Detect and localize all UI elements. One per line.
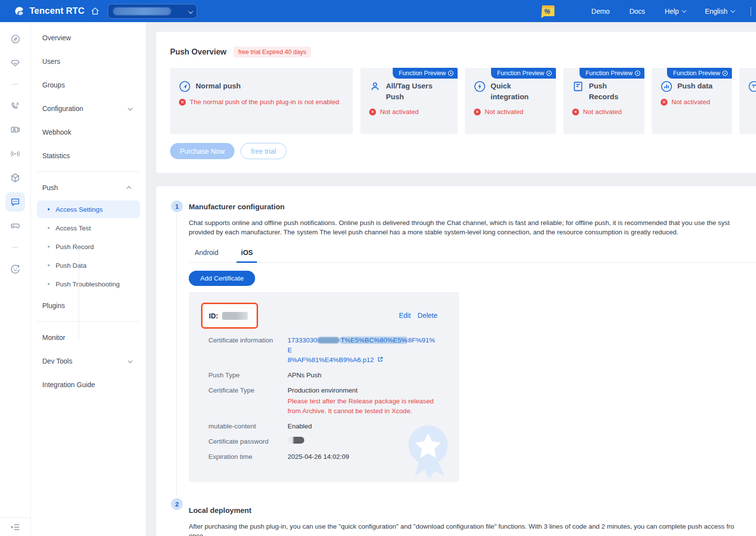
chevron-down-icon: [188, 7, 192, 16]
certificate-id-annotation-box: ID:: [201, 303, 258, 329]
card-status-text: Not activated: [583, 107, 622, 117]
configuration-section: 1 2 Manufacturer configuration Chat supp…: [156, 186, 756, 536]
collapse-sidebar-button[interactable]: [0, 517, 31, 536]
card-status-text: Not activated: [485, 107, 523, 117]
nav-subitem-access-settings[interactable]: Access Settings: [37, 200, 140, 218]
step-2-number: 2: [171, 498, 183, 510]
tab-android[interactable]: Android: [193, 249, 220, 262]
bar-chart-icon: [661, 81, 672, 92]
brand-name: Tencent RTC: [29, 6, 85, 16]
lightning-icon: [474, 81, 486, 92]
manufacturer-description: Chat supports online and offline push no…: [189, 219, 756, 237]
bullet-dot: [48, 227, 50, 229]
promotion-coupon-icon[interactable]: %: [539, 3, 556, 19]
compass-icon[interactable]: [5, 29, 25, 49]
app-selector[interactable]: [108, 4, 197, 19]
external-link-icon: [377, 356, 383, 363]
nav-item-integration-guide[interactable]: Integration Guide: [31, 373, 146, 396]
header-help-menu[interactable]: Help: [655, 7, 695, 15]
nav-subitem-access-test[interactable]: Access Test: [37, 219, 140, 237]
push-type-value: APNs Push: [288, 370, 435, 380]
certificate-type-label: Certificate Type: [208, 386, 288, 416]
platform-tabs: Android iOS: [189, 249, 756, 263]
mutable-content-label: mutable-content: [208, 422, 288, 431]
error-icon: ✕: [572, 109, 579, 115]
error-icon: ✕: [179, 99, 186, 106]
gem-icon[interactable]: [5, 53, 25, 73]
error-icon: ✕: [661, 99, 668, 106]
chevron-down-icon: [128, 106, 133, 111]
delete-certificate-link[interactable]: Delete: [418, 311, 437, 319]
function-preview-badge[interactable]: Function Preview: [580, 68, 644, 79]
function-preview-badge[interactable]: Function Preview: [491, 68, 556, 79]
function-preview-badge[interactable]: Function Preview: [667, 68, 732, 79]
circle-icon: [748, 81, 756, 92]
certificate-medal-watermark: [398, 421, 459, 482]
purchase-now-button[interactable]: Purchase Now: [170, 143, 234, 159]
certificate-file-link[interactable]: 17333030T%E5%BC%80%E5%8F%91%E 8%AF%81%E4…: [288, 336, 435, 365]
brand[interactable]: Tencent RTC: [0, 5, 100, 17]
redacted-app-name: [113, 7, 171, 15]
chat-icon[interactable]: [5, 192, 25, 212]
card-title: Normal push: [196, 81, 241, 92]
partial-card[interactable]: [739, 68, 756, 134]
local-deployment-title: Local deployment: [189, 505, 756, 516]
home-icon[interactable]: [90, 6, 100, 16]
nav-subitem-push-record[interactable]: Push Record: [37, 238, 140, 255]
rail-divider: [12, 84, 18, 85]
nav-divider: [37, 171, 140, 172]
nav-subitem-push-data[interactable]: Push Data: [37, 256, 140, 274]
push-records-card[interactable]: Function Preview Push Records ✕ Not acti…: [563, 68, 644, 134]
push-overview-section: Push Overview free trial Expired 40 days…: [156, 32, 756, 173]
certificate-password-label: Certificate password: [208, 437, 288, 447]
card-status-text: Not activated: [380, 107, 419, 117]
video-call-icon[interactable]: [5, 120, 25, 140]
nav-item-plugins[interactable]: Plugins: [31, 294, 146, 317]
error-icon: ✕: [474, 109, 481, 115]
nav-item-users[interactable]: Users: [31, 50, 146, 73]
card-title: Push data: [677, 81, 713, 92]
header-language-menu[interactable]: English: [695, 7, 744, 15]
svg-text:%: %: [544, 7, 551, 15]
certificate-type-warning: Please test after the Release package is…: [288, 396, 435, 416]
all-tag-users-push-card[interactable]: Function Preview All/Tag Users Push ✕ No…: [360, 68, 458, 134]
nav-item-dev-tools[interactable]: Dev Tools: [31, 349, 146, 373]
chevron-down-icon: [730, 8, 735, 13]
user-icon: [369, 81, 381, 92]
game-icon[interactable]: [5, 216, 25, 236]
certificate-id-label: ID:: [209, 312, 218, 320]
bullet-dot: [48, 208, 50, 210]
redaction-blur: [317, 337, 340, 343]
chevron-down-icon: [128, 358, 133, 363]
live-broadcast-icon[interactable]: [5, 144, 25, 164]
chevron-down-icon: [682, 8, 687, 13]
nav-item-push[interactable]: Push: [31, 176, 146, 199]
function-preview-badge[interactable]: Function Preview: [393, 68, 458, 79]
nav-item-configuration[interactable]: Configuration: [31, 97, 146, 120]
nav-item-overview[interactable]: Overview: [31, 26, 146, 50]
header-divider: [751, 7, 751, 16]
call-icon[interactable]: [5, 96, 25, 115]
step-1-number: 1: [171, 200, 183, 212]
nav-subitem-push-troubleshooting[interactable]: Push Troubleshooting: [37, 275, 140, 293]
nav-item-monitor[interactable]: Monitor: [31, 326, 146, 349]
nav-item-statistics[interactable]: Statistics: [31, 144, 146, 168]
expiration-time-label: Expiration time: [208, 452, 288, 462]
header-docs-link[interactable]: Docs: [619, 7, 655, 15]
nav-item-webhook[interactable]: Webhook: [31, 120, 146, 144]
push-data-card[interactable]: Function Preview Push data ✕ Not activat…: [652, 68, 732, 134]
free-trial-button[interactable]: free trial: [240, 143, 287, 159]
edit-certificate-link[interactable]: Edit: [399, 311, 410, 319]
circle-play-icon: [722, 70, 728, 76]
sticker-smiley-icon[interactable]: [5, 259, 25, 279]
tab-ios[interactable]: iOS: [239, 249, 254, 262]
card-title: Quick integration: [491, 81, 548, 102]
nav-item-groups[interactable]: Groups: [31, 73, 146, 97]
normal-push-card[interactable]: Normal push ✕ The normal push of the pus…: [170, 68, 353, 134]
header-demo-link[interactable]: Demo: [582, 7, 619, 15]
push-type-label: Push Type: [208, 370, 288, 380]
add-certificate-button[interactable]: Add Certificate: [189, 271, 255, 286]
cube-icon[interactable]: [5, 168, 25, 188]
quick-integration-card[interactable]: Function Preview Quick integration ✕ Not…: [465, 68, 556, 134]
error-icon: ✕: [369, 109, 376, 115]
